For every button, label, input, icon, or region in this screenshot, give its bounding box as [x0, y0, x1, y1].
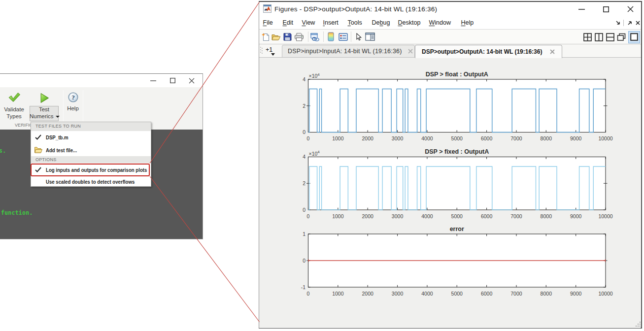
validate-types-icon — [8, 92, 21, 103]
resize-grip[interactable] — [635, 321, 641, 327]
converter-window: Validate Types Test Numerics ? Help VERI… — [0, 73, 203, 239]
x-tick-label: 8000 — [541, 290, 552, 296]
help-icon: ? — [68, 92, 78, 102]
layout-columns-button[interactable] — [594, 32, 605, 42]
dropdown-item-testfile[interactable]: DSP_tb.m — [31, 131, 151, 144]
new-figure-button[interactable] — [260, 31, 271, 42]
layout-cascade-button[interactable] — [616, 32, 627, 42]
help-button[interactable]: ? Help — [63, 92, 83, 112]
x-tick-label: 3000 — [392, 135, 404, 141]
toolbar-separator-2 — [323, 32, 324, 42]
tab-input-figure[interactable]: DSP>input>InputA: 14-bit WL (19:16:36) — [282, 45, 415, 57]
x-tick-label: 7000 — [510, 135, 522, 141]
print-button[interactable] — [293, 31, 305, 42]
toolstrip-separator-2 — [83, 90, 83, 121]
editor-text-line1: s. — [0, 147, 6, 154]
plot-title: DSP > fixed : OutputA — [425, 148, 489, 155]
menubar-undock-button[interactable] — [626, 19, 633, 27]
x-tick-label: 2000 — [362, 213, 374, 219]
split-columns-icon — [595, 33, 603, 41]
left-minimize-button[interactable] — [149, 74, 158, 87]
dropdown-item-scaled-doubles[interactable]: Use scaled doubles to detect overflows — [31, 177, 151, 187]
plot-browser-button[interactable] — [364, 31, 376, 42]
x-tick-label: 9000 — [570, 290, 582, 296]
menubar-dock-button[interactable] — [614, 19, 621, 27]
printer-icon — [294, 33, 304, 41]
tab-close-icon[interactable] — [408, 49, 413, 54]
tab-overflow-caret-icon[interactable] — [271, 53, 275, 56]
minimize-icon — [578, 9, 585, 10]
left-maximize-button[interactable] — [168, 74, 177, 87]
test-numerics-dropdown: TEST FILES TO RUN DSP_tb.m Add test file… — [31, 122, 151, 187]
menu-view[interactable]: View — [302, 19, 315, 26]
figures-titlebar: Figures - DSP>output>OutputA: 14-bit WL … — [259, 2, 641, 16]
x-tick-label: 9000 — [570, 135, 582, 141]
dropdown-item-add-test-file[interactable]: Add test file... — [31, 144, 151, 156]
save-floppy-icon — [283, 33, 292, 41]
matlab-app-icon — [263, 4, 271, 13]
figures-close-button[interactable] — [625, 2, 635, 16]
y-tick-label: 0 — [303, 206, 305, 212]
figures-minimize-button[interactable] — [576, 2, 586, 16]
y-axis-exponent: ×104 — [309, 72, 320, 78]
validate-types-label1: Validate — [4, 106, 24, 112]
y-tick-label: 0 — [303, 129, 305, 135]
menubar-close-button[interactable] — [634, 19, 641, 27]
menu-debug[interactable]: Debug — [372, 19, 390, 26]
help-label: Help — [67, 105, 79, 111]
insert-legend-button[interactable] — [337, 31, 349, 42]
figures-menubar: FileEditViewInsertToolsDebugDesktopWindo… — [259, 16, 641, 30]
x-tick-label: 10000 — [598, 135, 612, 141]
tab-close-icon[interactable] — [550, 49, 555, 54]
close-icon — [636, 21, 640, 25]
colorbar-icon — [328, 32, 334, 41]
layout-single-button[interactable] — [628, 31, 640, 43]
menu-file[interactable]: File — [263, 19, 273, 26]
close-icon — [627, 6, 634, 12]
save-figure-button[interactable] — [282, 31, 293, 42]
figures-window-title: Figures - DSP>output>OutputA: 14-bit WL … — [274, 5, 437, 13]
tab-overflow-count[interactable]: +1 — [266, 46, 272, 53]
x-tick-label: 10000 — [598, 290, 612, 296]
folder-icon — [34, 147, 42, 153]
validate-types-button[interactable]: Validate Types — [0, 92, 28, 120]
menu-help[interactable]: Help — [461, 19, 474, 26]
layout-grid-button[interactable] — [582, 32, 593, 42]
comparison-plots: 0100020003000400050006000700080009000100… — [259, 58, 641, 328]
tab-output-figure[interactable]: DSP>output>OutputA: 14-bit WL (19:16:36) — [415, 45, 562, 59]
y-tick-label: 2 — [303, 102, 305, 108]
left-close-button[interactable] — [187, 74, 196, 87]
undock-arrow-icon — [628, 21, 632, 25]
open-folder-icon — [271, 33, 281, 41]
link-plot-button[interactable] — [309, 31, 321, 42]
x-tick-label: 5000 — [451, 135, 463, 141]
callout-highlight-box — [31, 164, 150, 177]
menu-edit[interactable]: Edit — [283, 19, 294, 26]
toolbar-separator-1 — [308, 32, 308, 42]
x-tick-label: 7000 — [510, 213, 522, 219]
x-tick-label: 6000 — [481, 213, 493, 219]
y-axis-exponent: ×104 — [309, 150, 320, 156]
x-tick-label: 4000 — [421, 135, 433, 141]
new-document-icon — [262, 33, 270, 41]
validate-types-label2: Types — [6, 113, 22, 119]
menu-desktop[interactable]: Desktop — [398, 19, 421, 26]
maximize-icon — [170, 78, 175, 83]
menu-insert[interactable]: Insert — [323, 19, 339, 26]
maximize-icon — [603, 6, 609, 12]
edit-plot-button[interactable] — [353, 31, 364, 42]
figures-maximize-button[interactable] — [601, 2, 611, 16]
dropdown-header-files: TEST FILES TO RUN — [31, 122, 151, 131]
open-file-button[interactable] — [271, 31, 281, 42]
menu-window[interactable]: Window — [429, 19, 451, 26]
test-numerics-button[interactable]: Test Numerics — [30, 92, 59, 120]
insert-colorbar-button[interactable] — [325, 31, 336, 42]
x-tick-label: 8000 — [541, 213, 552, 219]
layout-rows-button[interactable] — [605, 32, 616, 42]
tabbar-grip[interactable] — [260, 46, 263, 55]
figures-toolbar — [259, 30, 641, 44]
y-tick-label: -1 — [301, 284, 305, 290]
x-tick-label: 9000 — [570, 213, 582, 219]
x-tick-label: 0 — [307, 290, 310, 296]
menu-tools[interactable]: Tools — [348, 19, 362, 26]
